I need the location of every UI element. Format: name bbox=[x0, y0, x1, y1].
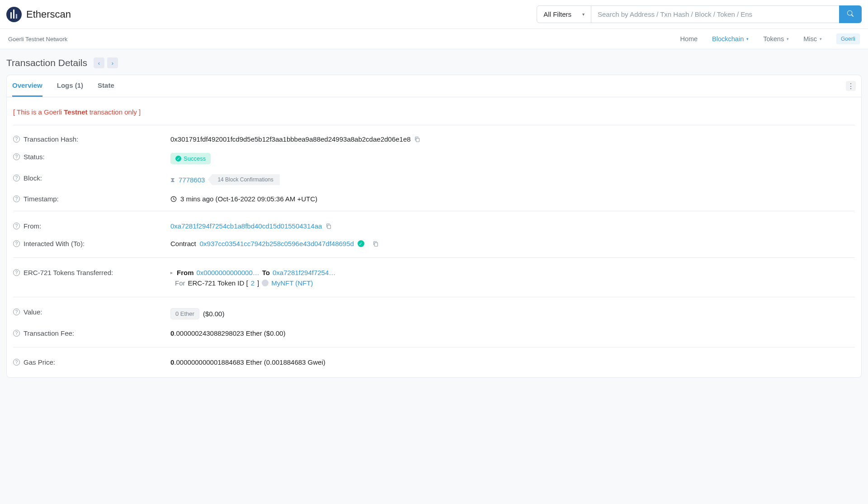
row-fee: ?Transaction Fee: 0.000000243088298023 E… bbox=[13, 324, 855, 347]
tx-content: [ This is a Goerli Testnet transaction o… bbox=[7, 97, 861, 377]
search-icon bbox=[847, 10, 854, 17]
svg-rect-0 bbox=[416, 138, 420, 142]
label-block: Block: bbox=[24, 174, 42, 182]
erc-token-line: For ERC-721 Token ID [2] MyNFT (NFT) bbox=[170, 279, 855, 287]
token-id-link[interactable]: 2 bbox=[251, 279, 255, 287]
search-section: All Filters ▾ bbox=[537, 5, 862, 23]
copy-icon[interactable] bbox=[373, 241, 379, 247]
nav-home[interactable]: Home bbox=[680, 35, 698, 43]
help-icon[interactable]: ? bbox=[13, 309, 20, 315]
erc-to-link[interactable]: 0xa7281f294f7254… bbox=[273, 269, 335, 276]
chevron-down-icon: ▾ bbox=[820, 37, 822, 41]
more-button[interactable]: ⋮ bbox=[846, 81, 856, 91]
nav-tokens[interactable]: Tokens▾ bbox=[763, 35, 789, 43]
help-icon[interactable]: ? bbox=[13, 136, 20, 143]
search-input[interactable] bbox=[591, 5, 839, 23]
token-icon bbox=[262, 280, 269, 286]
page-header: Transaction Details ‹ › bbox=[0, 49, 868, 75]
copy-icon[interactable] bbox=[326, 223, 332, 229]
status-badge: ✓ Success bbox=[170, 153, 211, 164]
sub-header: Goerli Testnet Network Home Blockchain▾ … bbox=[0, 29, 868, 49]
fee-value: 0.000000243088298023 Ether ($0.00) bbox=[170, 329, 285, 337]
help-icon[interactable]: ? bbox=[13, 175, 20, 181]
check-circle-icon: ✓ bbox=[175, 156, 181, 162]
search-button[interactable] bbox=[839, 5, 862, 23]
help-icon[interactable]: ? bbox=[13, 240, 20, 247]
tx-hash: 0x301791fdf492001fcd9d5e5b12f3aa1bbbea9a… bbox=[170, 135, 410, 143]
row-block: ?Block: ⧗ 7778603 14 Block Confirmations bbox=[13, 169, 855, 190]
row-value: ?Value: 0 Ether ($0.00) bbox=[13, 300, 855, 324]
network-badge[interactable]: Goerli bbox=[836, 33, 860, 44]
testnet-warning: [ This is a Goerli Testnet transaction o… bbox=[13, 104, 855, 125]
gas-value: 0.000000000001884683 Ether (0.001884683 … bbox=[170, 358, 326, 366]
filter-dropdown[interactable]: All Filters ▾ bbox=[537, 5, 591, 23]
label-from: From: bbox=[24, 222, 41, 230]
to-prefix: Contract bbox=[170, 240, 196, 247]
logo-section[interactable]: Etherscan bbox=[6, 7, 71, 22]
tab-list: Overview Logs (1) State bbox=[12, 75, 114, 97]
help-icon[interactable]: ? bbox=[13, 269, 20, 276]
tab-state[interactable]: State bbox=[98, 75, 114, 97]
value-badge: 0 Ether bbox=[170, 308, 199, 319]
nav-misc[interactable]: Misc▾ bbox=[803, 35, 822, 43]
page-title: Transaction Details bbox=[6, 57, 87, 68]
top-header: Etherscan All Filters ▾ bbox=[0, 0, 868, 29]
row-gas: ?Gas Price: 0.000000000001884683 Ether (… bbox=[13, 350, 855, 371]
help-icon[interactable]: ? bbox=[13, 330, 20, 337]
label-to: Interacted With (To): bbox=[24, 240, 85, 247]
timestamp-value: 3 mins ago (Oct-16-2022 09:05:36 AM +UTC… bbox=[180, 195, 317, 203]
token-name-link[interactable]: MyNFT (NFT) bbox=[271, 279, 313, 287]
help-icon[interactable]: ? bbox=[13, 195, 20, 202]
block-link[interactable]: 7778603 bbox=[179, 176, 205, 184]
tabs-bar: Overview Logs (1) State ⋮ bbox=[7, 75, 861, 97]
confirmations-badge: 14 Block Confirmations bbox=[208, 174, 279, 185]
nav-blockchain[interactable]: Blockchain▾ bbox=[712, 35, 749, 43]
label-value: Value: bbox=[24, 308, 42, 316]
verified-icon: ✓ bbox=[358, 240, 364, 247]
tab-logs[interactable]: Logs (1) bbox=[57, 75, 83, 97]
svg-rect-2 bbox=[328, 225, 331, 228]
from-address-link[interactable]: 0xa7281f294f7254cb1a8fbd40cd15d015504314… bbox=[170, 222, 322, 230]
next-tx-button[interactable]: › bbox=[107, 57, 118, 68]
label-status: Status: bbox=[24, 153, 45, 161]
erc-transfer-line: ▸ From 0x0000000000000… To 0xa7281f294f7… bbox=[170, 269, 855, 276]
network-label: Goerli Testnet Network bbox=[8, 36, 67, 43]
to-address-link[interactable]: 0x937cc03541cc7942b258c0596e43d047df4869… bbox=[200, 240, 354, 247]
filter-label: All Filters bbox=[543, 10, 571, 18]
help-icon[interactable]: ? bbox=[13, 223, 20, 229]
tab-overview[interactable]: Overview bbox=[12, 75, 42, 97]
label-fee: Transaction Fee: bbox=[24, 329, 74, 337]
hourglass-icon: ⧗ bbox=[170, 176, 175, 184]
chevron-down-icon: ▾ bbox=[582, 12, 585, 17]
chevron-down-icon: ▾ bbox=[787, 37, 789, 41]
row-hash: ?Transaction Hash: 0x301791fdf492001fcd9… bbox=[13, 127, 855, 148]
chevron-down-icon: ▾ bbox=[746, 37, 749, 41]
clock-icon bbox=[170, 196, 177, 202]
row-from: ?From: 0xa7281f294f7254cb1a8fbd40cd15d01… bbox=[13, 214, 855, 235]
row-erc721: ?ERC-721 Tokens Transferred: ▸ From 0x00… bbox=[13, 261, 855, 297]
brand-name: Etherscan bbox=[26, 9, 71, 20]
erc-from-link[interactable]: 0x0000000000000… bbox=[197, 269, 259, 276]
label-hash: Transaction Hash: bbox=[24, 135, 78, 143]
main-nav: Home Blockchain▾ Tokens▾ Misc▾ Goerli bbox=[680, 33, 860, 44]
row-to: ?Interacted With (To): Contract 0x937cc0… bbox=[13, 235, 855, 258]
label-gas: Gas Price: bbox=[24, 358, 55, 366]
row-status: ?Status: ✓ Success bbox=[13, 148, 855, 169]
help-icon[interactable]: ? bbox=[13, 359, 20, 366]
tx-card: Overview Logs (1) State ⋮ [ This is a Go… bbox=[6, 75, 862, 378]
help-icon[interactable]: ? bbox=[13, 153, 20, 160]
svg-rect-3 bbox=[374, 242, 377, 246]
label-timestamp: Timestamp: bbox=[24, 195, 59, 203]
prev-tx-button[interactable]: ‹ bbox=[94, 57, 104, 68]
label-erc721: ERC-721 Tokens Transferred: bbox=[24, 269, 113, 276]
caret-icon: ▸ bbox=[170, 270, 173, 275]
copy-icon[interactable] bbox=[414, 136, 420, 143]
row-timestamp: ?Timestamp: 3 mins ago (Oct-16-2022 09:0… bbox=[13, 190, 855, 211]
value-usd: ($0.00) bbox=[203, 310, 225, 318]
etherscan-logo-icon bbox=[6, 7, 22, 22]
